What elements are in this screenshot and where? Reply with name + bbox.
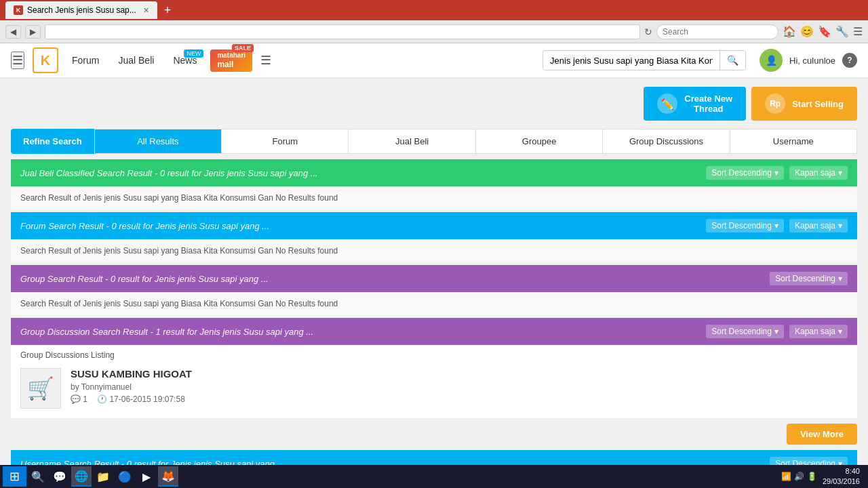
taskbar-system-tray: 📶 🔊 🔋 8:40 29/03/2016 [781, 466, 865, 487]
taskbar-ie-icon[interactable]: 🌐 [71, 466, 92, 487]
discussion-item: 🛒 SUSU KAMBING HIGOAT by Tonnyimanuel 💬 … [11, 363, 857, 418]
group-header: Group Search Result - 0 result for Jenis… [11, 265, 857, 292]
nav-jual-beli[interactable]: Jual Beli [113, 55, 159, 66]
tab-group-discussions[interactable]: Group Discussions [603, 129, 730, 153]
pencil-icon: ✏️ [657, 94, 677, 114]
taskbar-date-display: 29/03/2016 [823, 476, 860, 487]
refresh-button[interactable]: ↻ [644, 26, 652, 37]
site-search-input[interactable] [543, 52, 719, 70]
browser-controls: ◀ ▶ www.kaskus.co.id/search?q=Jenis+jeni… [0, 20, 868, 43]
tab-username[interactable]: Username [730, 129, 856, 153]
create-thread-button[interactable]: ✏️ Create NewThread [644, 87, 746, 121]
view-more-button[interactable]: View More [787, 424, 857, 445]
tab-forum[interactable]: Forum [222, 129, 349, 153]
start-button[interactable]: ⊞ [3, 466, 26, 487]
user-icon[interactable]: 😊 [800, 25, 814, 38]
nav-news[interactable]: News NEW [167, 55, 202, 66]
create-thread-label: Create NewThread [684, 94, 732, 114]
network-icon: 📶 [781, 472, 791, 481]
system-icons: 📶 🔊 🔋 [781, 472, 817, 481]
taskbar-time-display: 8:40 [823, 466, 860, 476]
site-logo[interactable]: K [33, 47, 58, 73]
start-selling-button[interactable]: Rp Start Selling [751, 87, 857, 121]
volume-icon: 🔊 [794, 472, 804, 481]
jual-beli-body: Search Result of Jenis jenis Susu sapi y… [11, 186, 857, 209]
discussion-thumb-icon: 🛒 [27, 375, 54, 401]
discussion-title[interactable]: SUSU KAMBING HIGOAT [71, 368, 848, 380]
site-search-button[interactable]: 🔍 [719, 51, 745, 70]
back-button[interactable]: ◀ [5, 25, 21, 39]
browser-tab[interactable]: K Search Jenis jenis Susu sap... ✕ [5, 1, 157, 19]
logo-letter: K [41, 53, 50, 68]
taskbar-firefox-icon[interactable]: 🦊 [158, 466, 178, 487]
forum-title: Forum Search Result - 0 result for Jenis… [20, 221, 269, 231]
group-sort-button[interactable]: Sort Descending ▾ [770, 272, 848, 285]
group-title: Group Search Result - 0 result for Jenis… [20, 274, 269, 284]
help-button[interactable]: ? [842, 53, 857, 68]
group-body: Search Result of Jenis jenis Susu sapi y… [11, 292, 857, 315]
forum-section: Forum Search Result - 0 result for Jenis… [11, 212, 857, 262]
group-sort-controls: Sort Descending ▾ [770, 272, 848, 285]
extension-icon[interactable]: 🔧 [835, 25, 849, 38]
taskbar-search-icon[interactable]: 🔍 [28, 466, 48, 487]
taskbar-chrome-icon[interactable]: 🔵 [115, 466, 135, 487]
mall-text: mall [217, 60, 233, 69]
jual-beli-sort-controls: Sort Descending ▾ Kapan saja ▾ [706, 166, 848, 180]
rp-icon: Rp [765, 94, 785, 114]
start-selling-label: Start Selling [792, 99, 844, 109]
tab-jual-beli[interactable]: Jual Beli [349, 129, 475, 153]
header-right: 👤 Hi, culunloe ? [760, 49, 857, 72]
site-search-bar: 🔍 [542, 50, 746, 70]
forum-sort-controls: Sort Descending ▾ Kapan saja ▾ [706, 219, 848, 232]
jual-beli-title: Jual Beli Classified Search Result - 0 r… [20, 168, 318, 178]
matahari-text: matahari [217, 52, 245, 59]
browser-titlebar: K Search Jenis jenis Susu sap... ✕ + [0, 0, 868, 20]
forum-sort-button[interactable]: Sort Descending ▾ [706, 219, 784, 232]
browser-search-input[interactable] [656, 24, 778, 39]
discussion-meta: 💬 1 🕐 17-06-2015 19:07:58 [71, 394, 848, 404]
main-content: ✏️ Create NewThread Rp Start Selling Ref… [0, 79, 868, 485]
group-discussion-time-button[interactable]: Kapan saja ▾ [789, 325, 848, 338]
browser-icon-group: 🏠 😊 🔖 🔧 ☰ [783, 25, 863, 38]
jual-beli-sort-button[interactable]: Sort Descending ▾ [706, 166, 784, 180]
nav-forum[interactable]: Forum [66, 55, 104, 66]
tab-close-button[interactable]: ✕ [143, 6, 149, 15]
discussion-listing-label: Group Discussions Listing [11, 345, 857, 363]
hamburger-menu[interactable]: ☰ [11, 52, 24, 69]
battery-icon: 🔋 [807, 472, 817, 481]
forward-button[interactable]: ▶ [25, 25, 41, 39]
sale-badge: SALE [232, 44, 254, 52]
group-discussion-sort-controls: Sort Descending ▾ Kapan saja ▾ [706, 325, 848, 338]
group-discussion-sort-button[interactable]: Sort Descending ▾ [706, 325, 784, 338]
url-bar[interactable]: www.kaskus.co.id/search?q=Jenis+jenis+Su… [45, 24, 640, 39]
taskbar-cortana-icon[interactable]: 💬 [50, 466, 70, 487]
forum-time-button[interactable]: Kapan saja ▾ [789, 219, 848, 232]
menu-toggle[interactable]: ☰ [260, 53, 271, 68]
group-discussion-section: Group Discussion Search Result - 1 resul… [11, 318, 857, 418]
jual-beli-section: Jual Beli Classified Search Result - 0 r… [11, 159, 857, 209]
taskbar-media-icon[interactable]: ▶ [136, 466, 157, 487]
new-tab-button[interactable]: + [164, 3, 172, 18]
tab-groupee[interactable]: Groupee [476, 129, 603, 153]
site-header: ☰ K Forum Jual Beli News NEW matahari ma… [0, 43, 868, 79]
post-date: 🕐 17-06-2015 19:07:58 [97, 394, 185, 404]
home-icon[interactable]: 🏠 [783, 25, 796, 38]
menu-icon[interactable]: ☰ [853, 25, 863, 38]
group-discussion-header: Group Discussion Search Result - 1 resul… [11, 318, 857, 345]
forum-header: Forum Search Result - 0 result for Jenis… [11, 212, 857, 239]
user-avatar: 👤 [760, 49, 783, 72]
refine-search-button[interactable]: Refine Search [11, 129, 94, 154]
search-tabs-area: Refine Search All Results Forum Jual Bel… [11, 129, 857, 154]
comment-count: 💬 1 [71, 394, 87, 404]
forum-body: Search Result of Jenis jenis Susu sapi y… [11, 239, 857, 262]
tabs-bar: All Results Forum Jual Beli Groupee Grou… [94, 129, 857, 154]
tab-all-results[interactable]: All Results [95, 129, 222, 153]
news-badge: NEW [184, 49, 203, 58]
bookmark-icon[interactable]: 🔖 [818, 25, 831, 38]
discussion-author: by Tonnyimanuel [71, 382, 848, 392]
jual-beli-time-button[interactable]: Kapan saja ▾ [789, 166, 848, 180]
matahari-mall-logo[interactable]: matahari mall SALE [210, 49, 252, 72]
tab-favicon: K [14, 5, 23, 15]
taskbar-folder-icon[interactable]: 📁 [93, 466, 113, 487]
group-discussion-title: Group Discussion Search Result - 1 resul… [20, 327, 313, 337]
